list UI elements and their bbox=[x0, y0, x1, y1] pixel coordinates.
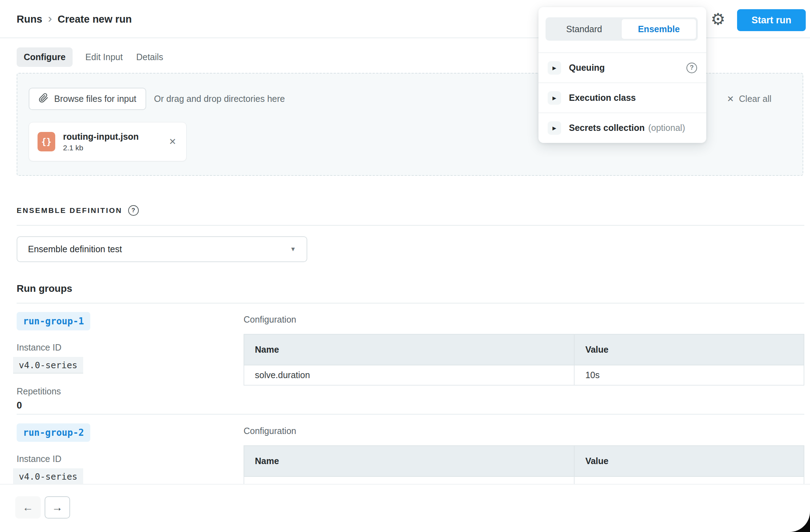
tab-edit-input[interactable]: Edit Input bbox=[85, 47, 124, 67]
run-type-segmented-control: Standard Ensemble bbox=[546, 17, 698, 41]
ensemble-definition-title: ENSEMBLE DEFINITION bbox=[17, 206, 122, 215]
chevron-down-icon: ▼ bbox=[290, 246, 296, 253]
ensemble-definition-help-icon[interactable]: ? bbox=[128, 205, 139, 216]
configuration-table: Name Value solve.duration 10s bbox=[244, 334, 804, 386]
run-group-2-right-col: Configuration Name Value bbox=[244, 415, 804, 491]
section-secrets-collection: ▶ Secrets collection (optional) bbox=[538, 112, 706, 143]
run-groups-title: Run groups bbox=[17, 283, 72, 294]
json-file-icon: {} bbox=[38, 132, 55, 151]
configuration-label: Configuration bbox=[244, 314, 804, 325]
name-column-header: Name bbox=[244, 446, 574, 476]
clear-all-x-icon: ✕ bbox=[727, 94, 734, 104]
section-execution-class: ▶ Execution class bbox=[538, 82, 706, 112]
secrets-collection-optional: (optional) bbox=[648, 123, 685, 133]
run-group-1-block: run-group-1 Instance ID v4.0-series Repe… bbox=[17, 303, 804, 411]
arrow-right-icon: → bbox=[52, 501, 63, 514]
chevron-right-icon: › bbox=[48, 12, 52, 26]
breadcrumb-runs-link[interactable]: Runs bbox=[17, 13, 42, 25]
queuing-expand-button[interactable]: ▶ bbox=[548, 61, 561, 75]
ensemble-definition-select[interactable]: Ensemble definition test ▼ bbox=[17, 236, 307, 262]
file-meta: routing-input.json 2.1 kb bbox=[63, 132, 139, 152]
browse-files-label: Browse files for input bbox=[54, 94, 136, 104]
arrow-left-icon: ← bbox=[23, 501, 34, 514]
configuration-label: Configuration bbox=[244, 426, 804, 436]
run-type-popover: Standard Ensemble ▶ Queuing ? ▶ Executio… bbox=[538, 7, 706, 143]
secrets-collection-label: Secrets collection bbox=[569, 123, 645, 133]
queuing-help-icon[interactable]: ? bbox=[686, 63, 697, 73]
file-name: routing-input.json bbox=[63, 132, 139, 142]
instance-id-value[interactable]: v4.0-series bbox=[13, 357, 83, 374]
config-name-cell: solve.duration bbox=[244, 365, 574, 385]
execution-class-expand-button[interactable]: ▶ bbox=[548, 91, 561, 105]
file-size: 2.1 kb bbox=[63, 144, 139, 152]
previous-page-button[interactable]: ← bbox=[15, 496, 41, 519]
run-type-option-standard[interactable]: Standard bbox=[547, 19, 621, 39]
paperclip-icon bbox=[39, 93, 49, 105]
caret-right-icon: ▶ bbox=[553, 65, 557, 71]
config-value-cell: 10s bbox=[574, 365, 804, 385]
tab-details[interactable]: Details bbox=[136, 47, 164, 67]
settings-gear-icon[interactable]: ⚙ bbox=[708, 9, 728, 29]
start-run-button[interactable]: Start run bbox=[737, 9, 806, 31]
section-queuing: ▶ Queuing ? bbox=[538, 52, 706, 82]
browse-files-button[interactable]: Browse files for input bbox=[29, 88, 146, 110]
instance-id-label: Instance ID bbox=[17, 342, 244, 353]
next-page-button[interactable]: → bbox=[45, 496, 70, 519]
run-group-2-block: run-group-2 Instance ID v4.0-series Conf… bbox=[17, 415, 804, 491]
tab-configure[interactable]: Configure bbox=[17, 47, 73, 67]
drag-drop-hint: Or drag and drop directories here bbox=[154, 94, 285, 104]
repetitions-label: Repetitions bbox=[17, 386, 244, 397]
instance-id-label: Instance ID bbox=[17, 454, 244, 464]
caret-right-icon: ▶ bbox=[553, 125, 557, 131]
name-column-header: Name bbox=[244, 334, 574, 365]
run-group-1-left-col: run-group-1 Instance ID v4.0-series Repe… bbox=[17, 303, 244, 411]
remove-file-icon[interactable]: ✕ bbox=[167, 135, 178, 148]
run-group-2-link[interactable]: run-group-2 bbox=[17, 423, 90, 442]
repetitions-value: 0 bbox=[17, 400, 244, 411]
pagination-footer: ← → bbox=[0, 484, 810, 532]
uploaded-file-card: {} routing-input.json 2.1 kb ✕ bbox=[29, 122, 187, 161]
table-header-row: Name Value bbox=[244, 446, 804, 476]
value-column-header: Value bbox=[574, 334, 804, 365]
execution-class-label: Execution class bbox=[569, 93, 636, 103]
screen-corner-artifact bbox=[787, 504, 810, 532]
ensemble-definition-selected-value: Ensemble definition test bbox=[28, 244, 122, 254]
run-type-option-ensemble[interactable]: Ensemble bbox=[621, 19, 696, 39]
queuing-label: Queuing bbox=[569, 63, 605, 73]
value-column-header: Value bbox=[574, 446, 804, 476]
secrets-collection-expand-button[interactable]: ▶ bbox=[548, 121, 561, 135]
table-row: solve.duration 10s bbox=[244, 365, 804, 385]
tab-bar: Configure Edit Input Details bbox=[17, 47, 164, 67]
popover-sections: ▶ Queuing ? ▶ Execution class ▶ Secrets … bbox=[538, 52, 706, 143]
create-new-run-page: Runs › Create new run ⚙ Start run Config… bbox=[0, 0, 810, 532]
run-group-2-left-col: run-group-2 Instance ID v4.0-series bbox=[17, 415, 244, 491]
page-title: Create new run bbox=[58, 13, 132, 25]
instance-id-value[interactable]: v4.0-series bbox=[13, 468, 83, 485]
section-divider bbox=[17, 225, 804, 226]
run-group-1-right-col: Configuration Name Value solve.duration … bbox=[244, 303, 804, 411]
clear-all-button[interactable]: ✕ Clear all bbox=[727, 94, 771, 104]
clear-all-label: Clear all bbox=[739, 94, 771, 104]
ensemble-definition-header: ENSEMBLE DEFINITION ? bbox=[17, 205, 139, 216]
table-header-row: Name Value bbox=[244, 334, 804, 365]
breadcrumb: Runs › Create new run bbox=[17, 12, 132, 26]
run-group-1-link[interactable]: run-group-1 bbox=[17, 312, 90, 330]
caret-right-icon: ▶ bbox=[553, 95, 557, 101]
